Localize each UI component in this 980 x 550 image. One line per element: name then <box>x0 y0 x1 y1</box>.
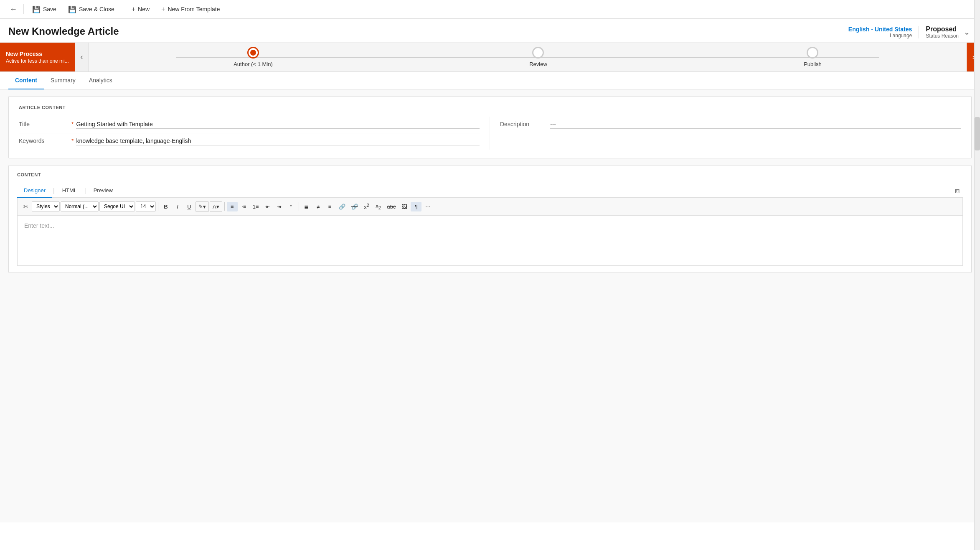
step-label-publish: Publish <box>804 61 822 67</box>
toolbar-divider-2 <box>123 4 123 14</box>
align-right-button[interactable]: ≠ <box>313 202 324 211</box>
strikethrough-button[interactable]: abc <box>385 202 399 211</box>
toolbar-divider-align2 <box>299 202 299 211</box>
step-circle-review <box>532 47 544 59</box>
indent-button[interactable]: ↠ <box>274 202 285 211</box>
unordered-list-button[interactable]: ⋅≡ <box>239 202 249 211</box>
content-editor-title: CONTENT <box>17 172 963 177</box>
new-from-template-button[interactable]: + New From Template <box>156 3 225 15</box>
scrollbar-thumb[interactable] <box>975 117 980 150</box>
editor-tab-preview[interactable]: Preview <box>87 184 119 198</box>
keywords-row: Keywords * knowledge base template, lang… <box>19 133 480 150</box>
styles-select[interactable]: Styles <box>32 201 60 211</box>
step-label-review: Review <box>529 61 547 67</box>
highlight-button[interactable]: ✎▾ <box>195 201 209 212</box>
save-icon: 💾 <box>32 5 41 13</box>
toolbar-divider-bold <box>158 202 158 211</box>
justify-button[interactable]: ≡ <box>325 202 335 211</box>
more-options-button[interactable]: ⋯ <box>422 202 433 211</box>
process-label-title: New Process <box>6 51 69 57</box>
process-step-review[interactable]: Review <box>529 47 547 67</box>
blockquote-button[interactable]: “ <box>286 202 297 211</box>
title-row: Title * Getting Started with Template <box>19 117 480 133</box>
font-select[interactable]: Segoe UI <box>99 201 135 211</box>
paint-format-button[interactable]: ✄ <box>20 202 31 211</box>
new-from-template-icon: + <box>161 5 165 13</box>
scrollbar-track[interactable] <box>974 0 980 522</box>
status-info: Proposed Status Reason <box>926 25 959 39</box>
superscript-button[interactable]: x2 <box>361 201 372 212</box>
step-circle-author <box>247 47 259 59</box>
back-button[interactable]: ← <box>7 3 20 16</box>
step-circle-publish <box>807 47 818 59</box>
description-label: Description <box>500 121 550 127</box>
status-value: Proposed <box>926 25 959 33</box>
process-line <box>176 57 879 58</box>
main-content: ARTICLE CONTENT Title * Getting Started … <box>0 89 980 522</box>
language-value[interactable]: English - United States <box>848 26 912 33</box>
editor-tab-html[interactable]: HTML <box>56 184 84 198</box>
tab-summary[interactable]: Summary <box>44 72 82 89</box>
article-content-form: Title * Getting Started with Template Ke… <box>19 117 961 150</box>
new-button[interactable]: + New <box>127 3 155 15</box>
ordered-list-button[interactable]: 1≡ <box>250 202 262 211</box>
status-chevron-button[interactable]: ⌄ <box>962 26 972 38</box>
page-title: New Knowledge Article <box>8 25 119 37</box>
language-label: Language <box>848 33 912 38</box>
format-select[interactable]: Normal (... <box>61 201 99 211</box>
process-label-sub: Active for less than one mi... <box>6 58 69 64</box>
process-bar: New Process Active for less than one mi.… <box>0 43 980 72</box>
header-right: English - United States Language Propose… <box>848 25 972 39</box>
step-label-author: Author (< 1 Min) <box>234 61 273 67</box>
process-step-publish[interactable]: Publish <box>804 47 822 67</box>
save-close-icon: 💾 <box>68 5 76 13</box>
status-label: Status Reason <box>926 33 959 39</box>
tab-bar: Content Summary Analytics <box>0 72 980 89</box>
editor-area[interactable]: Enter text... <box>17 216 963 266</box>
editor-tab-divider-2: | <box>84 187 87 194</box>
article-content-title: ARTICLE CONTENT <box>19 105 961 110</box>
title-label: Title <box>19 121 69 127</box>
size-select[interactable]: 14 <box>136 201 156 211</box>
align-left-button[interactable]: ≡ <box>227 202 238 211</box>
top-toolbar: ← 💾 Save 💾 Save & Close + New + New From… <box>0 0 980 19</box>
align-center-button[interactable]: ≣ <box>301 202 312 211</box>
toolbar-divider-align <box>224 202 225 211</box>
keywords-value[interactable]: knowledge base template, language-Englis… <box>76 138 480 145</box>
insert-image-button[interactable]: 🖼 <box>399 202 410 211</box>
underline-button[interactable]: U <box>184 202 195 211</box>
content-editor-card: CONTENT Designer | HTML | Preview ⧈ ✄ St… <box>8 165 972 273</box>
italic-button[interactable]: I <box>172 202 183 211</box>
toolbar-divider-1 <box>23 4 24 14</box>
subscript-button[interactable]: x2 <box>373 201 384 212</box>
process-label[interactable]: New Process Active for less than one mi.… <box>0 43 75 71</box>
description-row: Description --- <box>500 117 961 133</box>
link-button[interactable]: 🔗 <box>336 202 348 211</box>
article-content-card: ARTICLE CONTENT Title * Getting Started … <box>8 96 972 158</box>
save-button[interactable]: 💾 Save <box>27 3 61 16</box>
language-section: English - United States Language <box>848 26 919 38</box>
tab-content[interactable]: Content <box>8 72 44 89</box>
title-required: * <box>71 121 74 127</box>
process-steps: Author (< 1 Min) Review Publish <box>89 43 967 71</box>
save-close-button[interactable]: 💾 Save & Close <box>63 3 119 16</box>
editor-tab-designer[interactable]: Designer <box>17 184 52 198</box>
editor-tab-divider-1: | <box>52 187 56 194</box>
process-step-author[interactable]: Author (< 1 Min) <box>234 47 273 67</box>
status-section: Proposed Status Reason ⌄ <box>926 25 972 39</box>
bold-button[interactable]: B <box>160 202 171 211</box>
expand-editor-button[interactable]: ⧈ <box>952 185 963 197</box>
description-value[interactable]: --- <box>550 121 961 129</box>
font-color-button[interactable]: A▾ <box>210 201 222 212</box>
article-content-right: Description --- <box>490 117 961 150</box>
paragraph-marks-button[interactable]: ¶ <box>411 202 421 211</box>
new-icon: + <box>132 5 135 13</box>
outdent-button[interactable]: ↞ <box>262 202 273 211</box>
title-value[interactable]: Getting Started with Template <box>76 121 480 129</box>
page-header: New Knowledge Article English - United S… <box>0 19 980 43</box>
keywords-label: Keywords <box>19 138 69 144</box>
process-nav-left-button[interactable]: ‹ <box>75 43 89 71</box>
editor-toolbar: ✄ Styles Normal (... Segoe UI 14 B I U ✎… <box>17 198 963 216</box>
unlink-button[interactable]: 🔗 <box>349 202 361 211</box>
tab-analytics[interactable]: Analytics <box>82 72 119 89</box>
